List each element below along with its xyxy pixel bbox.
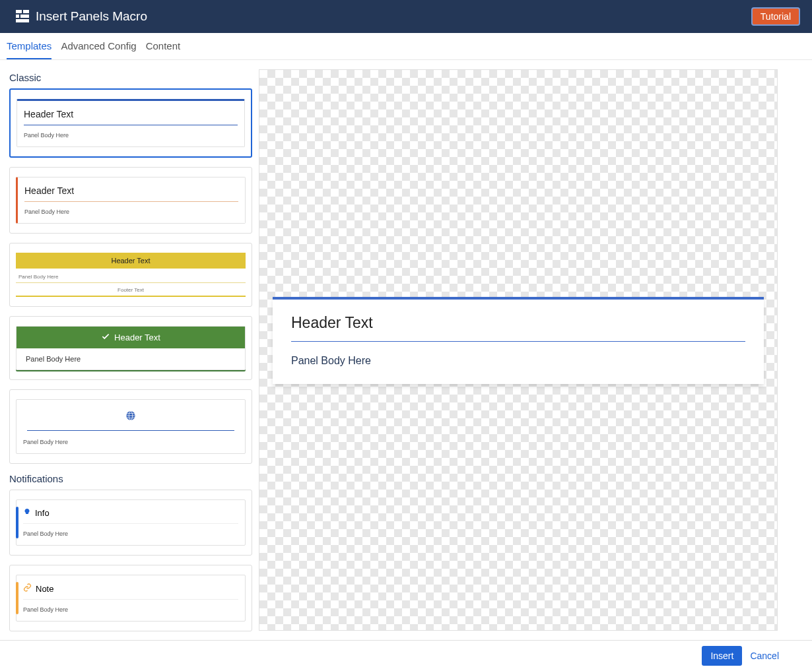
- preview-area: Header Text Panel Body Here: [259, 69, 778, 631]
- template-card-yellow[interactable]: Header Text Panel Body Here Footer Text: [9, 243, 252, 307]
- template-card-blue-top[interactable]: Header Text Panel Body Here: [9, 88, 252, 158]
- app-header: Insert Panels Macro Tutorial: [0, 0, 812, 33]
- template-footer: Footer Text: [16, 286, 246, 293]
- template-header: Header Text: [24, 185, 238, 202]
- template-card-globe[interactable]: Panel Body Here: [9, 389, 252, 464]
- template-header: Header Text: [24, 109, 238, 125]
- template-header: Header Text: [17, 327, 245, 348]
- cancel-button[interactable]: Cancel: [750, 651, 779, 661]
- template-body: Panel Body Here: [24, 208, 238, 215]
- template-body: Panel Body Here: [23, 530, 238, 537]
- app-title: Insert Panels Macro: [36, 9, 147, 24]
- template-card-orange-left[interactable]: Header Text Panel Body Here: [9, 167, 252, 234]
- bulb-icon: [23, 508, 31, 518]
- tab-bar: Templates Advanced Config Content: [0, 33, 812, 60]
- tab-content[interactable]: Content: [146, 40, 181, 59]
- blue-accent: [16, 507, 18, 538]
- template-header: Header Text: [16, 253, 246, 269]
- insert-button[interactable]: Insert: [702, 646, 742, 666]
- main-area: Classic Header Text Panel Body Here Head…: [0, 60, 812, 640]
- template-body: Panel Body Here: [24, 132, 238, 139]
- templates-sidebar[interactable]: Classic Header Text Panel Body Here Head…: [0, 60, 259, 640]
- template-inner: Panel Body Here: [16, 399, 246, 454]
- template-card-info[interactable]: Info Panel Body Here: [9, 490, 252, 556]
- svg-rect-0: [16, 10, 22, 13]
- template-body: Panel Body Here: [16, 274, 246, 283]
- svg-rect-3: [20, 15, 29, 18]
- template-inner: Info Panel Body Here: [16, 499, 246, 546]
- globe-icon: [125, 412, 136, 423]
- template-body: Panel Body Here: [23, 606, 238, 613]
- tutorial-button[interactable]: Tutorial: [751, 7, 800, 26]
- svg-rect-2: [16, 15, 19, 18]
- template-body: Panel Body Here: [17, 348, 245, 369]
- template-header: Info: [23, 508, 238, 524]
- template-header-text: Note: [36, 584, 53, 594]
- tab-advanced-config[interactable]: Advanced Config: [61, 40, 136, 59]
- section-notifications-title: Notifications: [9, 473, 252, 484]
- template-header-text: Header Text: [114, 333, 160, 342]
- template-inner: Header Text Panel Body Here: [16, 177, 246, 224]
- template-header-text: Info: [35, 508, 50, 518]
- section-classic-title: Classic: [9, 72, 252, 83]
- template-inner: Header Text Panel Body Here: [17, 99, 245, 147]
- template-header: Note: [23, 583, 238, 600]
- dialog-footer: Insert Cancel: [0, 640, 812, 671]
- preview-header: Header Text: [291, 314, 745, 342]
- header-left: Insert Panels Macro: [16, 9, 147, 24]
- panels-icon: [16, 10, 29, 23]
- template-card-note[interactable]: Note Panel Body Here: [9, 565, 252, 631]
- template-inner: Header Text Panel Body Here Footer Text: [16, 253, 246, 297]
- check-icon: [101, 332, 110, 343]
- template-body: Panel Body Here: [23, 439, 238, 445]
- tab-templates[interactable]: Templates: [7, 40, 51, 59]
- preview-panel: Header Text Panel Body Here: [273, 297, 764, 384]
- template-header: [27, 408, 234, 431]
- template-card-green[interactable]: Header Text Panel Body Here: [9, 316, 252, 380]
- orange-accent: [16, 582, 18, 614]
- svg-rect-1: [23, 10, 29, 13]
- template-inner: Note Panel Body Here: [16, 575, 246, 622]
- template-inner: Header Text Panel Body Here: [16, 326, 246, 370]
- preview-body: Panel Body Here: [291, 355, 745, 367]
- link-icon: [23, 583, 32, 594]
- svg-rect-4: [16, 19, 29, 22]
